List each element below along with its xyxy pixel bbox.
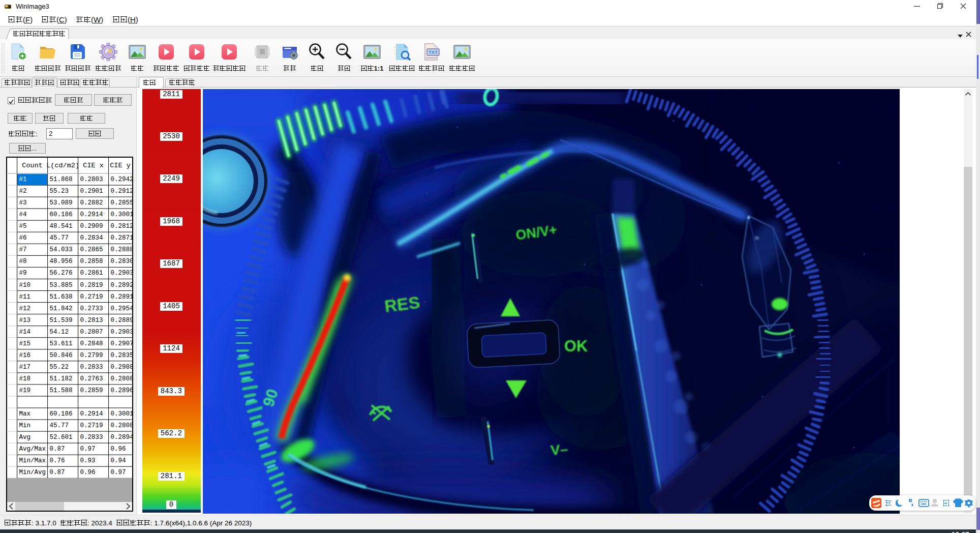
svg-text:TXT: TXT	[428, 49, 438, 55]
svg-text:V–: V–	[550, 441, 569, 458]
svg-text:OK: OK	[564, 337, 588, 355]
